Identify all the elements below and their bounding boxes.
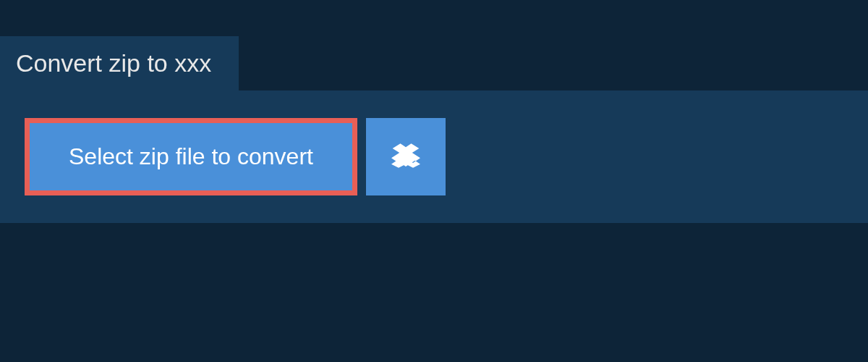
dropbox-icon <box>391 141 420 172</box>
select-file-button[interactable]: Select zip file to convert <box>30 123 352 190</box>
highlight-outline: Select zip file to convert <box>25 118 357 195</box>
tab-bar: Convert zip to xxx <box>0 0 868 90</box>
select-file-label: Select zip file to convert <box>69 143 313 170</box>
tab-convert[interactable]: Convert zip to xxx <box>0 36 239 90</box>
dropbox-button[interactable] <box>366 118 446 195</box>
converter-panel: Select zip file to convert <box>0 90 868 223</box>
tab-title: Convert zip to xxx <box>16 49 211 77</box>
button-row: Select zip file to convert <box>25 118 843 195</box>
